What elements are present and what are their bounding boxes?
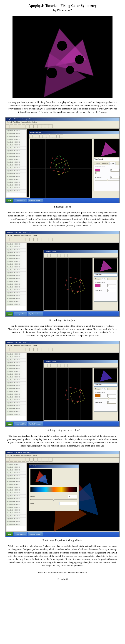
toolbar-button[interactable] <box>14 458 17 462</box>
list-item[interactable]: Apophysis-060620-59 <box>6 254 26 257</box>
tab-triangle[interactable]: Triangle <box>94 278 101 280</box>
editor-tool-button[interactable] <box>54 254 57 257</box>
rotate-input[interactable]: 0 <box>68 495 77 498</box>
list-item[interactable]: Apophysis-060620-59 <box>6 387 26 390</box>
toolbar-button[interactable] <box>10 458 13 462</box>
list-item[interactable]: Apophysis-060620-59 <box>6 478 26 480</box>
editor-tool-button[interactable] <box>60 134 63 138</box>
start-button[interactable]: start <box>6 532 13 536</box>
toolbar-button[interactable] <box>33 124 37 128</box>
editor-tool-button[interactable] <box>64 254 68 257</box>
list-item[interactable]: Apophysis-060620-59 <box>6 489 26 492</box>
tab-colors[interactable]: Colors <box>109 162 116 164</box>
editor-tool-button[interactable] <box>43 134 46 138</box>
list-item[interactable]: Apophysis-060620-59 <box>6 243 26 246</box>
list-item[interactable]: Apophysis-060620-59 <box>6 187 26 190</box>
editor-canvas[interactable] <box>44 368 93 420</box>
toolbar-button[interactable] <box>14 348 17 351</box>
list-item[interactable]: Apophysis-060620-59 <box>6 469 26 472</box>
toolbar-button[interactable] <box>29 458 33 462</box>
symmetry-slider[interactable] <box>95 180 120 180</box>
toolbar-button[interactable] <box>14 124 17 128</box>
toolbar-button[interactable] <box>6 124 9 128</box>
list-item[interactable]: Apophysis-060620-59 <box>6 283 26 286</box>
slider-thumb[interactable] <box>108 397 109 400</box>
toolbar-button[interactable] <box>22 238 25 241</box>
color-slider[interactable] <box>95 398 116 399</box>
list-item[interactable]: Apophysis-060620-59 <box>6 147 26 150</box>
color-swatch[interactable] <box>95 169 100 172</box>
slider-thumb[interactable] <box>53 498 54 500</box>
symmetry-input[interactable]: 0 <box>107 289 116 292</box>
list-item[interactable]: Apophysis-060620-59 <box>6 364 26 367</box>
list-item[interactable]: Apophysis-060620-59 <box>6 474 26 478</box>
taskbar-item[interactable]: Apophysis 2.05... <box>14 199 27 202</box>
editor-toolbar[interactable] <box>29 134 120 138</box>
rotate-slider[interactable] <box>30 499 77 500</box>
editor-tool-button[interactable] <box>44 254 47 257</box>
transform-editor-window[interactable]: Transform Editor <box>29 131 120 199</box>
list-item[interactable]: Apophysis-060620-59 <box>6 492 26 495</box>
flame-list[interactable]: Apophysis-060620-59 Apophysis-060620-59 … <box>6 353 26 421</box>
editor-tool-button[interactable] <box>44 364 47 367</box>
symmetry-input[interactable]: 0 <box>107 401 116 404</box>
toolbar-button[interactable] <box>25 238 29 241</box>
editor-tool-button[interactable] <box>68 364 71 367</box>
list-item[interactable]: Apophysis-060620-59 <box>6 152 26 155</box>
tab-colors[interactable]: Colors <box>101 388 108 390</box>
list-item[interactable]: Apophysis-060620-59 <box>6 379 26 382</box>
toolbar-button[interactable] <box>41 124 45 128</box>
list-item[interactable]: Apophysis-060620-59 <box>6 384 26 387</box>
toolbar-button[interactable] <box>18 238 21 241</box>
toolbar-button[interactable] <box>18 458 21 462</box>
toolbar-button[interactable] <box>41 348 45 351</box>
toolbar-button[interactable] <box>49 458 53 462</box>
list-item[interactable]: Apophysis-060620-59 <box>6 272 26 274</box>
list-item[interactable]: Apophysis-060620-59 <box>6 246 26 249</box>
list-item[interactable]: Apophysis-060620-59 <box>6 390 26 393</box>
toolbar-button[interactable] <box>29 348 33 351</box>
app-menubar[interactable]: File Edit View Flame Variation Scripts O… <box>5 121 120 124</box>
taskbar-item[interactable]: Apophysis Tutorial... <box>28 422 43 426</box>
toolbar-button[interactable] <box>6 458 9 462</box>
start-button[interactable]: start <box>6 312 13 316</box>
list-item[interactable]: Apophysis-060620-59 <box>6 138 26 141</box>
toolbar-button[interactable] <box>25 124 29 128</box>
symmetry-input[interactable]: 0 <box>111 176 120 179</box>
list-item[interactable]: Apophysis-060620-59 <box>6 167 26 170</box>
app-menubar[interactable]: File Edit View Flame Variation Scripts O… <box>5 234 120 238</box>
editor-toolbar[interactable] <box>44 363 118 368</box>
toolbar-button[interactable] <box>33 458 37 462</box>
editor-tool-button[interactable] <box>57 364 61 367</box>
list-item[interactable]: Apophysis-060620-59 <box>6 266 26 269</box>
list-item[interactable]: Apophysis-060620-59 <box>6 466 26 469</box>
list-item[interactable]: Apophysis-060620-59 <box>6 252 26 254</box>
preset-dropdown[interactable] <box>59 502 77 505</box>
toolbar-button[interactable] <box>37 348 41 351</box>
list-item[interactable]: Apophysis-060620-59 <box>6 413 26 416</box>
color-value-input[interactable]: 0 <box>111 169 120 172</box>
transform-select[interactable]: Transform: 2 <box>94 158 120 161</box>
list-item[interactable]: Apophysis-060620-59 <box>6 370 26 373</box>
toolbar-button[interactable] <box>49 238 53 241</box>
list-item[interactable]: Apophysis-060620-59 <box>6 132 26 135</box>
editor-tool-button[interactable] <box>39 134 43 138</box>
list-item[interactable]: Apophysis-060620-59 <box>6 402 26 404</box>
list-item[interactable]: Apophysis-060620-59 <box>6 480 26 483</box>
app-toolbar[interactable] <box>5 124 120 128</box>
flame-list[interactable]: Apophysis-060620-59 Apophysis-060620-59 … <box>6 243 26 311</box>
start-button[interactable]: start <box>6 422 13 426</box>
list-item[interactable]: Apophysis-060620-59 <box>6 506 26 509</box>
taskbar-item[interactable]: Apophysis Tutorial... <box>28 532 43 536</box>
flame-list[interactable]: Apophysis-060620-59 Apophysis-060620-59 … <box>6 463 26 531</box>
list-item[interactable]: Apophysis-060620-59 <box>6 500 26 503</box>
toolbar-button[interactable] <box>37 238 41 241</box>
toolbar-button[interactable] <box>45 238 49 241</box>
color-value-input[interactable]: 0 <box>107 394 116 397</box>
list-item[interactable]: Apophysis-060620-59 <box>6 486 26 489</box>
taskbar-item[interactable]: Apophysis 2.05... <box>14 312 27 316</box>
list-item[interactable]: Apophysis-060620-59 <box>6 130 26 132</box>
toolbar-button[interactable] <box>45 458 49 462</box>
editor-canvas[interactable] <box>30 139 92 198</box>
transform-select[interactable]: Transform: 1 <box>94 383 118 386</box>
